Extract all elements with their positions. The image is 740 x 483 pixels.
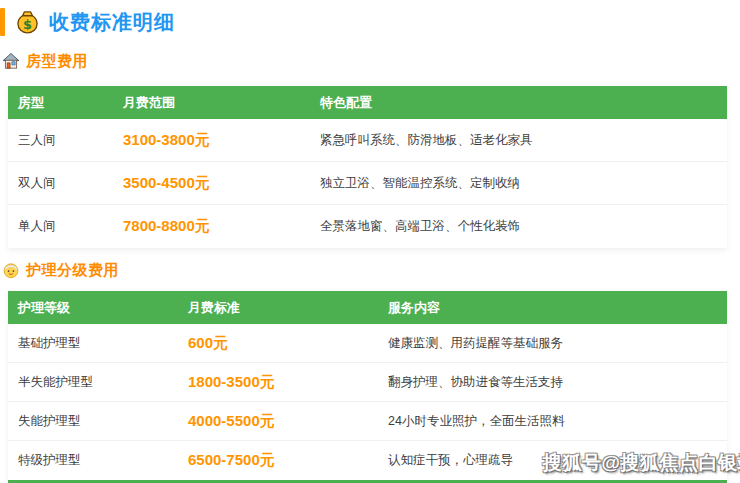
price-range: 3100-3800元 <box>113 131 310 150</box>
monthly-fee: 4000-5500元 <box>178 412 378 431</box>
table-row: 半失能护理型 1800-3500元 翻身护理、协助进食等生活支持 <box>8 363 727 402</box>
article-page: $ 收费标准明细 房型费用 房型 月费范围 特色配置 三人间 3100-3800… <box>0 0 740 483</box>
table-row: 三人间 3100-3800元 紧急呼叫系统、防滑地板、适老化家具 <box>8 119 727 162</box>
money-bag-icon: $ <box>14 9 41 36</box>
features: 独立卫浴、智能温控系统、定制收纳 <box>310 175 727 192</box>
monthly-fee: 6500-7500元 <box>178 451 378 470</box>
room-type: 单人间 <box>8 218 113 235</box>
table-header-row: 护理等级 月费标准 服务内容 <box>8 291 727 324</box>
section-heading-nursing-fees: 护理分级费用 <box>2 260 740 280</box>
nurse-icon <box>2 261 20 279</box>
column-header-features: 特色配置 <box>310 94 727 112</box>
table-row: 基础护理型 600元 健康监测、用药提醒等基础服务 <box>8 324 727 363</box>
table-row: 失能护理型 4000-5500元 24小时专业照护，全面生活照料 <box>8 402 727 441</box>
features: 全景落地窗、高端卫浴、个性化装饰 <box>310 218 727 235</box>
section-title: 房型费用 <box>26 52 88 71</box>
care-level: 失能护理型 <box>8 413 178 430</box>
column-header-room-type: 房型 <box>8 94 113 112</box>
page-title: 收费标准明细 <box>49 9 175 36</box>
section-heading-room-fees: 房型费用 <box>2 51 740 71</box>
monthly-fee: 1800-3500元 <box>178 373 378 392</box>
table-row: 单人间 7800-8800元 全景落地窗、高端卫浴、个性化装饰 <box>8 205 727 248</box>
room-type: 三人间 <box>8 132 113 149</box>
column-header-care-level: 护理等级 <box>8 299 178 317</box>
title-accent-bar <box>0 8 5 36</box>
table-header-row: 房型 月费范围 特色配置 <box>8 86 727 119</box>
care-level: 基础护理型 <box>8 335 178 352</box>
monthly-fee: 600元 <box>178 334 378 353</box>
room-fees-table: 房型 月费范围 特色配置 三人间 3100-3800元 紧急呼叫系统、防滑地板、… <box>8 86 727 248</box>
services: 健康监测、用药提醒等基础服务 <box>378 335 727 352</box>
page-title-row: $ 收费标准明细 <box>0 0 740 38</box>
features: 紧急呼叫系统、防滑地板、适老化家具 <box>310 132 727 149</box>
services: 24小时专业照护，全面生活照料 <box>378 413 727 430</box>
care-level: 特级护理型 <box>8 452 178 469</box>
sohu-watermark: 搜狐号@搜狐焦点白银站 <box>543 450 740 476</box>
services: 翻身护理、协助进食等生活支持 <box>378 374 727 391</box>
column-header-price-range: 月费范围 <box>113 94 310 112</box>
section-title: 护理分级费用 <box>26 261 119 280</box>
price-range: 3500-4500元 <box>113 174 310 193</box>
price-range: 7800-8800元 <box>113 217 310 236</box>
house-icon <box>2 52 20 70</box>
svg-text:$: $ <box>23 16 32 31</box>
table-row: 双人间 3500-4500元 独立卫浴、智能温控系统、定制收纳 <box>8 162 727 205</box>
column-header-services: 服务内容 <box>378 299 727 317</box>
room-type: 双人间 <box>8 175 113 192</box>
column-header-monthly-fee: 月费标准 <box>178 299 378 317</box>
care-level: 半失能护理型 <box>8 374 178 391</box>
